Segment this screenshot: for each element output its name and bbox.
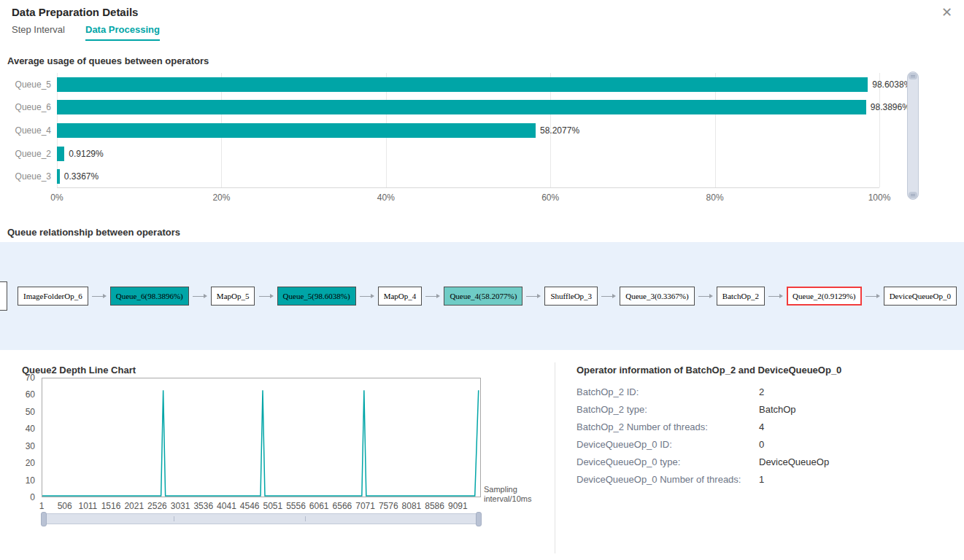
usage-bar[interactable] [57,147,64,161]
arrow-head [876,294,880,298]
diagram-node[interactable]: MapOp_5 [211,287,255,306]
operator-info-title: Operator information of BatchOp_2 and De… [577,365,841,376]
arrow-head [371,294,374,298]
operator-info-value: BatchOp [759,404,796,415]
operator-info-value: DeviceQueueOp [759,456,829,467]
diagram-node[interactable]: Queue_2(0.9129%) [787,287,861,306]
datazoom-right-handle[interactable] [476,512,482,526]
diagram-nodes: ImageFolderOp_6Queue_6(98.3896%)MapOp_5Q… [18,242,957,350]
usage-bar[interactable] [57,169,60,184]
bar-row: Queue_30.3367% [57,165,879,188]
operator-info-label: BatchOp_2 type: [577,404,647,415]
arrow-line [193,296,204,297]
arrow-icon [259,294,274,298]
datazoom-grip [305,516,306,521]
x-axis-name: Sampling interval/10ms [484,485,531,504]
diagram-node[interactable]: MapOp_4 [378,287,423,306]
close-icon[interactable]: ✕ [936,1,958,23]
diagram-section-title: Queue relationship between operators [7,227,180,238]
diagram-node[interactable]: Queue_4(58.2077%) [444,287,523,306]
arrow-icon [601,294,616,298]
vertical-scrollbar[interactable] [907,71,919,200]
bar-x-tick-label: 60% [541,192,559,203]
bar-value-label: 58.2077% [540,125,579,136]
tab-step-interval[interactable]: Step Interval [12,24,65,41]
bar-row: Queue_20.9129% [57,142,879,166]
queue-depth-line-chart [42,378,481,497]
line-series [42,378,480,497]
line-chart-title: Queue2 Depth Line Chart [22,365,136,376]
arrow-icon [768,294,783,298]
usage-bar[interactable] [57,77,868,92]
scrollbar-bottom-handle[interactable] [909,192,917,198]
operator-info-row: DeviceQueueOp_0 ID:0 [577,439,956,456]
bar-category-label: Queue_4 [0,125,51,136]
vertical-divider [555,362,555,553]
operator-info-label: DeviceQueueOp_0 ID: [577,439,672,450]
arrow-line [360,296,371,297]
diagram-node[interactable]: Queue_3(0.3367%) [620,287,694,306]
operator-info-value: 1 [759,474,764,485]
line-x-tick-label: 1011 [78,501,97,511]
line-y-tick-label: 0 [30,492,35,502]
diagram-node[interactable]: ImageFolderOp_6 [18,287,88,306]
arrow-line [259,296,270,297]
bar-gridline [879,73,880,187]
line-x-tick-label: 6566 [333,501,352,511]
arrow-head [779,294,783,298]
operator-info-row: DeviceQueueOp_0 Number of threads:1 [577,474,956,491]
operator-info-value: 4 [759,421,764,432]
bar-row: Queue_598.6038% [57,73,879,96]
line-y-tick-label: 20 [26,458,35,468]
line-y-tick-label: 40 [26,424,35,434]
usage-bar[interactable] [57,100,866,114]
operator-info-value: 2 [759,386,764,397]
bar-x-tick-label: 100% [868,192,891,203]
arrow-head [270,294,274,298]
queue-usage-bar-chart: 0%20%40%60%80%100%Queue_598.6038%Queue_6… [57,73,879,188]
arrow-line [92,296,103,297]
line-x-tick-label: 2021 [124,501,144,511]
tab-data-processing[interactable]: Data Processing [85,24,160,41]
bar-x-tick-label: 80% [706,192,724,203]
scrollbar-top-handle[interactable] [909,73,917,79]
operator-info-label: DeviceQueueOp_0 type: [577,456,680,467]
operator-info-label: BatchOp_2 Number of threads: [577,421,708,432]
arrow-icon [526,294,541,298]
line-x-tick-label: 6061 [309,501,329,511]
line-x-axis-labels: 1506101115162021252630313536404145465051… [42,501,481,511]
line-y-tick-label: 60 [26,389,35,400]
operator-info-value: 0 [759,439,764,450]
operator-info-row: DeviceQueueOp_0 type:DeviceQueueOp [577,456,956,474]
line-y-tick-label: 10 [26,475,35,486]
line-x-tick-label: 1516 [101,501,121,511]
bar-category-label: Queue_3 [0,171,51,182]
bar-row: Queue_458.2077% [57,119,879,142]
arrow-icon [92,294,107,298]
line-x-tick-label: 5556 [286,501,306,511]
line-x-tick-label: 506 [58,501,72,511]
arrow-line [526,296,537,297]
diagram-node[interactable]: ShuffleOp_3 [544,287,598,306]
line-x-tick-label: 4546 [240,501,260,511]
bar-category-label: Queue_6 [0,102,51,112]
diagram-node[interactable]: Queue_6(98.3896%) [110,287,189,306]
datazoom-grip [174,516,174,521]
datazoom-slider[interactable] [42,513,481,524]
diagram-node[interactable]: DeviceQueueOp_0 [884,287,957,306]
bar-x-tick-label: 0% [50,192,63,203]
arrow-icon [193,294,207,298]
bar-section-title: Average usage of queues between operator… [7,55,209,66]
diagram-node[interactable]: Queue_5(98.6038%) [277,287,356,306]
arrow-head [103,294,107,298]
operator-info-label: DeviceQueueOp_0 Number of threads: [577,474,741,485]
operator-info-label: BatchOp_2 ID: [577,386,639,397]
line-x-tick-label: 3536 [193,501,213,511]
clipped-node[interactable] [0,281,7,311]
x-axis-name-line2: interval/10ms [484,494,531,504]
diagram-node[interactable]: BatchOp_2 [717,287,765,306]
usage-bar[interactable] [57,123,536,138]
datazoom-left-handle[interactable] [41,512,47,526]
bar-category-label: Queue_2 [0,149,51,159]
bar-value-label: 98.6038% [872,79,911,90]
